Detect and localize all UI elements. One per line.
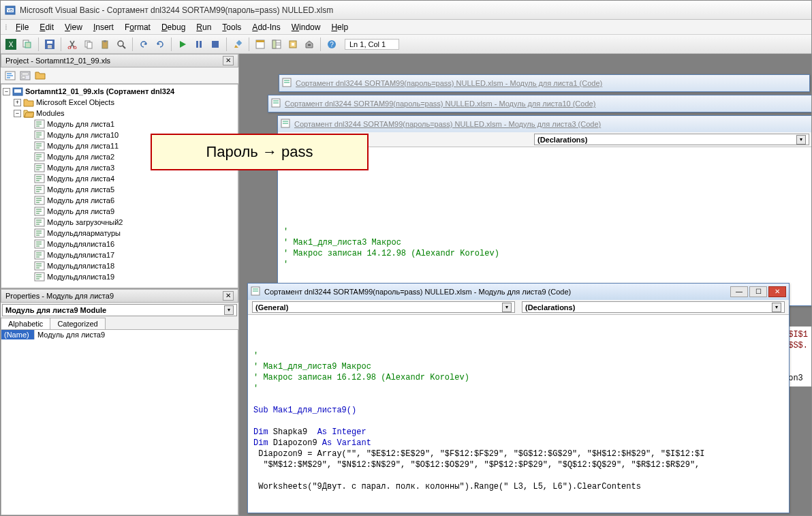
tree-module-item[interactable]: Модуль для листа9 [3,206,236,217]
module-label: Модульдлялиста16 [47,240,114,248]
menu-tools[interactable]: Tools [217,21,247,33]
object-browser-icon[interactable] [285,37,300,52]
tree-module-item[interactable]: Модуль для листа6 [3,195,236,206]
project-explorer-icon[interactable] [253,37,268,52]
general-combo[interactable]: (General) ▾ [252,301,515,313]
insert-dropdown[interactable] [20,37,35,52]
view-object-icon[interactable] [18,69,32,82]
dropdown-icon[interactable]: ▾ [772,303,781,312]
menu-view[interactable]: View [59,21,88,33]
kw: Dim [253,427,268,437]
excel-icon[interactable]: X [3,37,18,52]
tree-modules-label: Modules [36,109,65,117]
menu-insert[interactable]: Insert [88,21,119,33]
svg-rect-27 [272,40,276,48]
copy-icon[interactable] [81,37,96,52]
code-body[interactable]: ' ' Мак1_для_листа3 Макрос ' Макрос запи… [278,147,811,305]
dropdown-icon[interactable]: ▾ [502,303,512,312]
declarations-combo[interactable]: (Declarations) ▾ [534,134,809,145]
tree-excel-objects[interactable]: + Microsoft Excel Objects [3,97,236,108]
menu-debug[interactable]: Debug [156,21,191,33]
dropdown-icon[interactable]: ▾ [224,305,234,315]
module-label: Модуль для листа11 [47,142,119,150]
svg-text:?: ? [330,41,334,48]
help-icon[interactable]: ? [324,37,339,52]
properties-grid[interactable]: (Name) Модуль для листа9 [1,329,238,515]
tree-module-item[interactable]: Модульдляарматуры [3,228,236,239]
code-body[interactable]: ' ' Мак1_для_листа9 Макрос ' Макрос запи… [248,315,789,513]
code-window-bg2[interactable]: Сортамент dnl3244 SORTAM99(пароль=pass) … [268,95,811,112]
toggle-folders-icon[interactable] [33,69,47,82]
view-code-icon[interactable] [3,69,17,82]
svg-rect-13 [87,42,92,48]
code-window-title[interactable]: Сортамент dnl3244 SORTAM99(пароль=pass) … [268,95,811,112]
active-title-text: Сортамент dnl3244 SORTAM99(пароль=pass) … [264,288,571,296]
tree-root[interactable]: − Sortamnt12_01_99.xls (Сортамент dnl324 [3,86,236,97]
tree-module-item[interactable]: Модульдлялиста18 [3,260,236,271]
svg-rect-20 [212,41,219,48]
run-icon[interactable] [175,37,190,52]
ident: Shapka9 [268,427,317,437]
properties-object-selector[interactable]: Модуль для листа9 Module ▾ [2,304,237,316]
module-icon [34,261,45,271]
tree-module-item[interactable]: Модуль загрузочный2 [3,217,236,228]
svg-line-17 [123,46,125,48]
stop-icon[interactable] [208,37,223,52]
tree-modules-folder[interactable]: − Modules [3,108,236,119]
project-mini-toolbar [1,67,238,84]
tree-module-item[interactable]: Модульдлялиста19 [3,271,236,282]
menu-window[interactable]: Window [286,21,326,33]
code-window-title[interactable]: Сортамент dnl3244 SORTAM99(пароль=pass) … [279,75,809,91]
property-value[interactable]: Модуль для листа9 [34,330,238,339]
module-label: Модуль для листа2 [47,153,114,161]
menu-run[interactable]: Run [191,21,217,33]
dropdown-icon[interactable]: ▾ [796,135,806,145]
paste-icon[interactable] [97,37,112,52]
tree-module-item[interactable]: Модуль для листа5 [3,184,236,195]
property-row[interactable]: (Name) Модуль для листа9 [1,330,238,339]
properties-panel-close-icon[interactable]: ✕ [223,291,234,301]
tree-root-label: Sortamnt12_01_99.xls (Сортамент dnl324 [25,87,174,95]
find-icon[interactable] [114,37,129,52]
declarations-combo[interactable]: (Declarations) ▾ [522,301,785,313]
module-label: Модульдлялиста19 [47,273,114,281]
pause-icon[interactable] [191,37,206,52]
menu-addins[interactable]: Add-Ins [247,21,285,33]
kw: As Integer [317,427,366,437]
general-text: (General) [255,303,288,312]
undo-icon[interactable] [136,37,151,52]
tree-module-item[interactable]: Модульдлялиста17 [3,249,236,260]
tab-categorized[interactable]: Categorized [50,318,105,329]
expand-icon[interactable]: + [14,99,21,106]
tree-module-item[interactable]: Модуль для листа4 [3,173,236,184]
code-window-active[interactable]: Сортамент dnl3244 SORTAM99(пароль=pass) … [247,283,790,513]
menu-help[interactable]: Help [326,21,354,33]
tree-module-item[interactable]: Модульдлялиста16 [3,239,236,249]
collapse-icon[interactable]: − [14,110,21,117]
minimize-icon[interactable]: — [730,286,748,297]
module-icon [251,286,262,297]
menu-file[interactable]: File [10,21,34,33]
redo-icon[interactable] [153,37,168,52]
project-panel-close-icon[interactable]: ✕ [223,56,234,65]
project-tree[interactable]: − Sortamnt12_01_99.xls (Сортамент dnl324… [1,84,238,288]
menu-edit[interactable]: Edit [34,21,59,33]
code-window-title[interactable]: Сортамент dnl3244 SORTAM99(пароль=pass) … [248,284,789,300]
save-icon[interactable] [42,37,57,52]
menu-format[interactable]: Format [119,21,156,33]
tree-module-item[interactable]: Модуль для листа1 [3,119,236,130]
design-mode-icon[interactable] [230,37,245,52]
maximize-icon[interactable]: ☐ [749,286,767,297]
property-name: (Name) [1,330,34,339]
main-area: Project - Sortamnt12_01_99.xls ✕ − Sorta… [1,54,811,515]
toolbox-icon[interactable] [302,37,317,52]
close-icon[interactable]: ✕ [768,286,786,297]
collapse-icon[interactable]: − [3,88,10,95]
code-window-bg1[interactable]: Сортамент dnl3244 SORTAM99(пароль=pass) … [279,74,810,92]
vbaproject-icon [12,87,23,96]
module-icon [34,119,45,129]
tab-alphabetic[interactable]: Alphabetic [1,318,50,329]
code-window-title[interactable]: Сортамент dnl3244 SORTAM99(пароль=pass) … [278,116,811,132]
properties-icon[interactable] [269,37,284,52]
cut-icon[interactable] [65,37,80,52]
